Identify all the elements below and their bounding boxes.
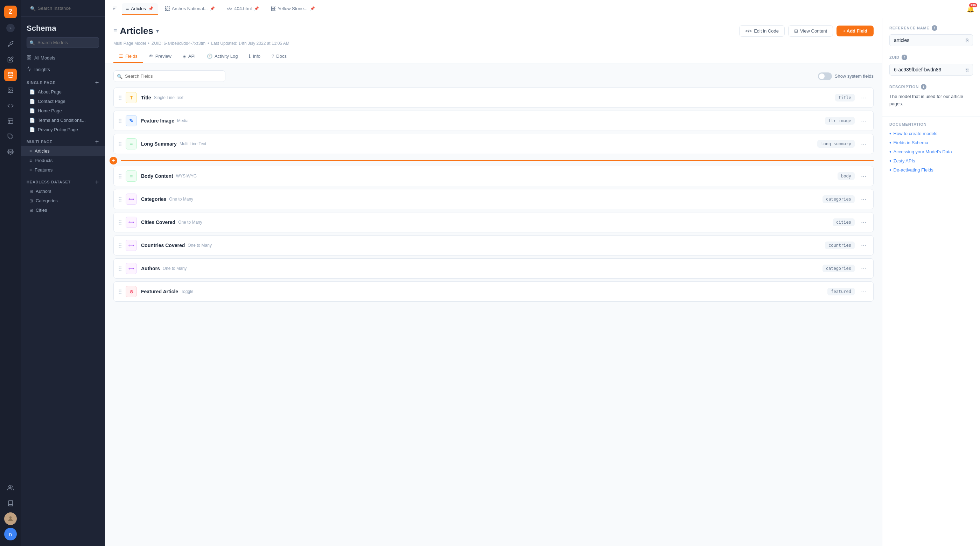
nav-icon-book[interactable] — [4, 497, 17, 509]
field-more-body-content[interactable]: ··· — [859, 172, 869, 181]
nav-icon-image[interactable] — [4, 84, 17, 97]
meta-sep1: • — [148, 41, 150, 46]
drag-handle-categories[interactable] — [119, 197, 121, 202]
activity-log-tab-icon: 🕐 — [207, 54, 212, 59]
tab-articles-pin[interactable]: 📌 — [148, 6, 154, 11]
reference-name-copy-icon[interactable]: ⎘ — [966, 37, 969, 43]
field-more-featured-article[interactable]: ··· — [859, 287, 869, 296]
model-search-wrapper: 🔍 — [27, 37, 99, 48]
field-type-icon-authors: ⟺ — [126, 263, 137, 274]
reference-name-value: articles ⎘ — [889, 34, 973, 46]
products-label: Products — [35, 158, 52, 163]
sidebar-item-features[interactable]: ≡ Features — [21, 165, 105, 175]
filter-icon[interactable] — [111, 4, 119, 14]
tab-yellowstone-pin[interactable]: 📌 — [310, 6, 315, 11]
main-area: ≡ Articles 📌 🖼 Arches National... 📌 </> … — [105, 0, 980, 546]
sidebar-expand-button[interactable]: » — [6, 24, 15, 32]
field-more-categories[interactable]: ··· — [859, 195, 869, 204]
sidebar-item-terms[interactable]: 📄 Terms and Conditions... — [21, 116, 105, 125]
view-content-button[interactable]: ⊞ View Content — [788, 25, 833, 37]
model-tab-api[interactable]: ◈ API — [177, 50, 201, 63]
nav-icon-gear[interactable] — [4, 146, 17, 158]
nav-icon-puzzle[interactable] — [4, 130, 17, 143]
about-page-icon: 📄 — [29, 89, 35, 94]
doc-link-fields-schema[interactable]: Fields in Schema — [889, 140, 973, 146]
sidebar-item-home-page[interactable]: 📄 Home Page — [21, 106, 105, 116]
nav-icon-code[interactable] — [4, 99, 17, 112]
sidebar-item-privacy[interactable]: 📄 Privacy Policy Page — [21, 125, 105, 134]
doc-link-deactivating-fields[interactable]: De-activating Fields — [889, 167, 973, 173]
tab-arches[interactable]: 🖼 Arches National... 📌 — [161, 3, 220, 15]
right-panel: Reference Name i articles ⎘ ZUID i 6-ac9… — [882, 18, 980, 546]
drag-handle-authors[interactable] — [119, 266, 121, 271]
sidebar-item-products[interactable]: ≡ Products — [21, 156, 105, 165]
system-fields-switch[interactable] — [818, 72, 832, 80]
model-tab-info[interactable]: ℹ Info — [243, 50, 266, 63]
drag-handle-long-summary[interactable] — [119, 142, 121, 146]
doc-link-zesty-apis[interactable]: Zesty APIs — [889, 158, 973, 164]
field-name-featured-article: Featured Article — [141, 289, 178, 294]
model-tab-preview[interactable]: 👁 Preview — [143, 50, 177, 63]
model-search-input[interactable] — [27, 37, 99, 48]
drag-handle-cities-covered[interactable] — [119, 220, 121, 225]
single-page-add-button[interactable]: + — [95, 80, 99, 86]
sidebar-item-contact-page[interactable]: 📄 Contact Page — [21, 97, 105, 106]
notification-button[interactable]: 🔔 999 — [967, 5, 974, 13]
field-name-long-summary: Long Summary — [141, 141, 177, 146]
svg-rect-3 — [8, 119, 13, 124]
drag-handle-feature-image[interactable] — [119, 119, 121, 123]
field-type-authors: One to Many — [163, 266, 187, 271]
field-type-countries-covered: One to Many — [188, 243, 212, 248]
tab-404-pin[interactable]: 📌 — [254, 6, 259, 11]
headless-add-button[interactable]: + — [95, 179, 99, 185]
tab-articles[interactable]: ≡ Articles 📌 — [122, 3, 158, 15]
nav-icon-rocket[interactable] — [4, 38, 17, 50]
api-tab-icon: ◈ — [183, 54, 186, 59]
tab-404html[interactable]: </> 404.html 📌 — [222, 3, 264, 15]
field-name-title: Title — [141, 95, 151, 100]
field-more-cities-covered[interactable]: ··· — [859, 218, 869, 227]
tab-yellowstone[interactable]: 🖼 Yellow Stone... 📌 — [266, 3, 320, 15]
sidebar-item-about-page[interactable]: 📄 About Page — [21, 87, 105, 97]
model-tab-fields[interactable]: ☰ Fields — [113, 50, 143, 63]
field-more-feature-image[interactable]: ··· — [859, 116, 869, 125]
nav-icon-chart[interactable] — [4, 115, 17, 127]
field-more-authors[interactable]: ··· — [859, 264, 869, 273]
field-row-cities-covered: ⟺ Cities Covered One to Many cities ··· — [113, 212, 873, 232]
sidebar-item-articles[interactable]: ≡ Articles — [21, 146, 105, 156]
features-icon: ≡ — [29, 168, 32, 172]
nav-icon-pencil[interactable] — [4, 53, 17, 66]
sidebar-item-categories[interactable]: ⊞ Categories — [21, 196, 105, 205]
nav-icon-schema[interactable] — [4, 68, 17, 81]
add-field-inline-button[interactable]: + — [110, 157, 117, 164]
sidebar-item-cities[interactable]: ⊞ Cities — [21, 205, 105, 215]
user-avatar[interactable] — [4, 513, 17, 525]
workspace-avatar[interactable]: h — [4, 528, 17, 540]
svg-point-5 — [10, 151, 11, 153]
multi-page-add-button[interactable]: + — [95, 138, 99, 145]
sidebar-item-insights[interactable]: Insights — [21, 64, 105, 75]
drag-handle-countries-covered[interactable] — [119, 243, 121, 248]
doc-link-create-models[interactable]: How to create models — [889, 131, 973, 137]
field-more-countries-covered[interactable]: ··· — [859, 241, 869, 250]
drag-handle-featured-article[interactable] — [119, 290, 121, 294]
add-field-button[interactable]: + Add Field — [837, 25, 873, 37]
drag-handle-title[interactable] — [119, 96, 121, 100]
model-dropdown-button[interactable]: ▾ — [156, 28, 159, 34]
tab-arches-pin[interactable]: 📌 — [210, 6, 215, 11]
doc-link-accessing-data[interactable]: Accessing your Model's Data — [889, 149, 973, 155]
sidebar-item-authors[interactable]: ⊞ Authors — [21, 186, 105, 196]
model-tab-activity-log[interactable]: 🕐 Activity Log — [201, 50, 243, 63]
fields-search-input[interactable] — [113, 70, 225, 82]
section-header-multi-page: MULTI PAGE + — [21, 134, 105, 146]
instance-search-input[interactable] — [27, 3, 99, 13]
nav-icon-users[interactable] — [4, 482, 17, 494]
model-tab-docs[interactable]: ? Docs — [266, 50, 292, 63]
field-more-long-summary[interactable]: ··· — [859, 140, 869, 148]
zuid-copy-icon[interactable]: ⎘ — [966, 67, 969, 72]
edit-code-button[interactable]: </> Edit in Code — [739, 25, 785, 37]
field-more-title[interactable]: ··· — [859, 94, 869, 102]
articles-icon: ≡ — [29, 149, 32, 154]
drag-handle-body-content[interactable] — [119, 174, 121, 178]
sidebar-item-all-models[interactable]: All Models — [21, 52, 105, 64]
